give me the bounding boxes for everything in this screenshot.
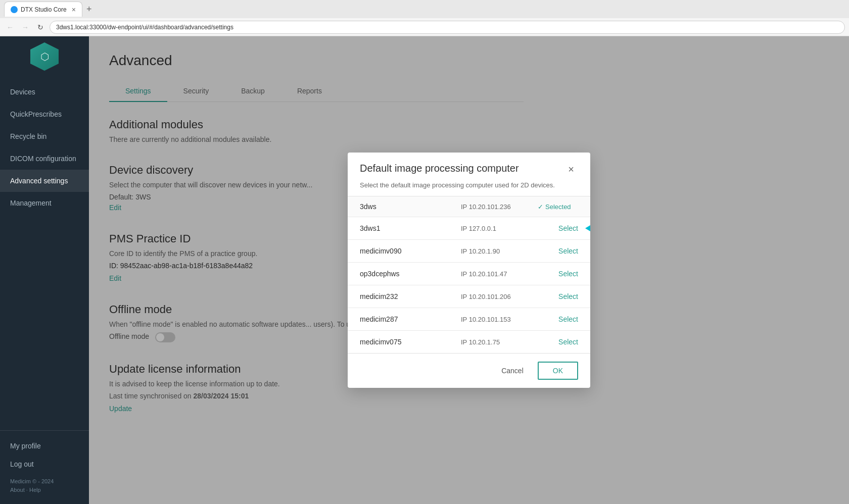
browser-tab-active[interactable]: DTX Studio Core × xyxy=(4,2,82,17)
row-name-3dws1: 3dws1 xyxy=(360,224,455,232)
modal-subtitle: Select the default image processing comp… xyxy=(348,181,590,196)
logo-icon: ⬡ xyxy=(40,51,49,63)
select-button-medicim232[interactable]: Select xyxy=(558,291,578,301)
forward-button[interactable]: → xyxy=(19,21,31,33)
row-name-medicimv090: medicimv090 xyxy=(360,247,455,255)
tab-favicon xyxy=(11,6,18,13)
help-link[interactable]: Help xyxy=(29,487,41,493)
tab-title: DTX Studio Core xyxy=(21,6,67,13)
cancel-button[interactable]: Cancel xyxy=(493,362,532,380)
sidebar-item-quickprescribes[interactable]: QuickPrescribes xyxy=(0,103,89,125)
main-content: Advanced Settings Security Backup Report… xyxy=(89,36,849,504)
tab-close-button[interactable]: × xyxy=(72,6,76,14)
select-button-medicimv075[interactable]: Select xyxy=(558,337,578,347)
select-button-3dws1[interactable]: Select xyxy=(558,223,578,233)
row-name-medicim232: medicim232 xyxy=(360,292,455,300)
sidebar-item-devices[interactable]: Devices xyxy=(0,81,89,103)
select-button-medicimv090[interactable]: Select xyxy=(558,246,578,256)
modal-overlay: Default image processing computer × Sele… xyxy=(89,36,849,504)
back-button[interactable]: ← xyxy=(4,21,16,33)
check-icon: ✓ xyxy=(538,203,543,211)
about-link[interactable]: About xyxy=(10,487,25,493)
arrow-head xyxy=(585,225,590,231)
modal-close-button[interactable]: × xyxy=(564,163,578,177)
select-button-op3dcephws[interactable]: Select xyxy=(558,269,578,279)
sidebar-item-recycle-bin[interactable]: Recycle bin xyxy=(0,125,89,147)
browser-tabs: DTX Studio Core × + xyxy=(0,0,849,18)
modal-row-medicimv090: medicimv090 IP 10.20.1.90 Select xyxy=(348,240,590,263)
browser-nav: ← → ↻ xyxy=(0,18,849,36)
row-name-medicim287: medicim287 xyxy=(360,315,455,323)
arrow-annotation xyxy=(586,225,590,231)
app-logo: ⬡ xyxy=(30,42,59,71)
address-bar[interactable] xyxy=(50,21,845,34)
modal-title: Default image processing computer xyxy=(360,163,519,174)
row-action-medicim232: Select xyxy=(538,291,578,301)
copyright-text: Medicim © - 2024 About · Help xyxy=(10,477,79,494)
sidebar-logo: ⬡ xyxy=(0,36,89,77)
modal-row-3dws1: 3dws1 IP 127.0.0.1 Select xyxy=(348,217,590,240)
row-name-op3dcephws: op3dcephws xyxy=(360,270,455,278)
app-layout: ⬡ Devices QuickPrescribes Recycle bin DI… xyxy=(0,36,849,504)
modal-body: 3dws IP 10.20.101.236 ✓ Selected 3dws1 I… xyxy=(348,196,590,353)
row-ip-medicim232: IP 10.20.101.206 xyxy=(461,293,532,300)
modal-row-medicim232: medicim232 IP 10.20.101.206 Select xyxy=(348,285,590,308)
modal-row-3dws: 3dws IP 10.20.101.236 ✓ Selected xyxy=(348,196,590,217)
sidebar-item-advanced-settings[interactable]: Advanced settings xyxy=(0,170,89,192)
sidebar-item-my-profile[interactable]: My profile xyxy=(10,437,79,455)
row-action-3dws: ✓ Selected xyxy=(538,203,578,211)
modal-row-medicimv075: medicimv075 IP 10.20.1.75 Select xyxy=(348,331,590,353)
sidebar-item-dicom-configuration[interactable]: DICOM configuration xyxy=(0,147,89,170)
new-tab-button[interactable]: + xyxy=(84,4,94,15)
row-name-3dws: 3dws xyxy=(360,203,455,211)
row-ip-3dws1: IP 127.0.0.1 xyxy=(461,225,532,232)
modal-header: Default image processing computer × xyxy=(348,153,590,181)
row-ip-3dws: IP 10.20.101.236 xyxy=(461,203,532,211)
sidebar-item-management[interactable]: Management xyxy=(0,192,89,214)
row-name-medicimv075: medicimv075 xyxy=(360,338,455,346)
row-ip-medicimv075: IP 10.20.1.75 xyxy=(461,338,532,346)
modal-dialog: Default image processing computer × Sele… xyxy=(348,153,590,388)
modal-footer: Cancel OK xyxy=(348,353,590,388)
sidebar: ⬡ Devices QuickPrescribes Recycle bin DI… xyxy=(0,36,89,504)
selected-badge-3dws: ✓ Selected xyxy=(538,203,578,211)
row-action-medicimv090: Select xyxy=(538,246,578,256)
browser-chrome: DTX Studio Core × + ← → ↻ xyxy=(0,0,849,36)
modal-row-op3dcephws: op3dcephws IP 10.20.101.47 Select xyxy=(348,263,590,285)
row-action-3dws1: Select xyxy=(538,223,578,233)
sidebar-footer: My profile Log out Medicim © - 2024 Abou… xyxy=(0,430,89,504)
row-action-medicim287: Select xyxy=(538,314,578,324)
footer-links: About · Help xyxy=(10,487,41,493)
row-ip-op3dcephws: IP 10.20.101.47 xyxy=(461,270,532,278)
row-action-medicimv075: Select xyxy=(538,337,578,347)
row-action-op3dcephws: Select xyxy=(538,269,578,279)
row-ip-medicimv090: IP 10.20.1.90 xyxy=(461,247,532,255)
sidebar-nav: Devices QuickPrescribes Recycle bin DICO… xyxy=(0,77,89,430)
ok-button[interactable]: OK xyxy=(538,362,578,380)
reload-button[interactable]: ↻ xyxy=(34,21,46,33)
select-button-medicim287[interactable]: Select xyxy=(558,314,578,324)
row-ip-medicim287: IP 10.20.101.153 xyxy=(461,316,532,323)
sidebar-item-log-out[interactable]: Log out xyxy=(10,455,79,473)
modal-row-medicim287: medicim287 IP 10.20.101.153 Select xyxy=(348,308,590,331)
